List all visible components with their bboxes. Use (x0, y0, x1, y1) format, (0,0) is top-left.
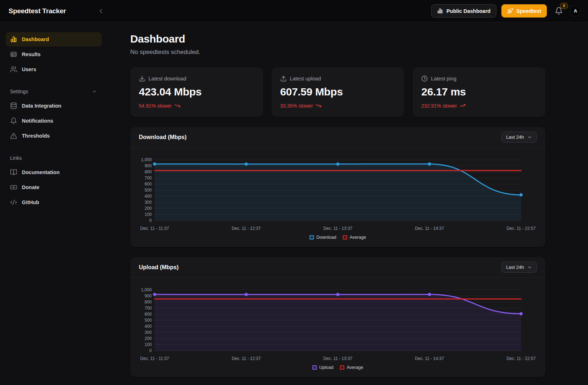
main-content: Dashboard No speedtests scheduled. Lates… (107, 22, 545, 377)
speedtest-button[interactable]: Speedtest (501, 4, 547, 18)
stat-value: 607.59 Mbps (280, 86, 396, 98)
download-chart-plot[interactable]: 01002003004005006007008009001,000Dec. 11… (139, 156, 537, 232)
chart-legend: DownloadAverage (139, 235, 537, 242)
svg-text:800: 800 (145, 169, 152, 174)
sidebar-item-label: Donate (22, 184, 39, 190)
legend-label: Download (316, 235, 336, 240)
public-dashboard-label: Public Dashboard (446, 8, 490, 14)
svg-text:Dec. 11 - 14:37: Dec. 11 - 14:37 (415, 356, 444, 361)
svg-text:700: 700 (145, 306, 152, 311)
sidebar-item-thresholds[interactable]: Thresholds (6, 129, 102, 143)
svg-text:Dec. 11 - 13:37: Dec. 11 - 13:37 (323, 356, 352, 361)
sidebar-section-links: Links (10, 155, 97, 161)
svg-text:700: 700 (145, 176, 152, 181)
stat-delta-text: 54.91% slower (139, 103, 172, 109)
stat-label: Latest upload (290, 76, 321, 82)
stats-row: Latest download 423.04 Mbps 54.91% slowe… (130, 67, 545, 117)
stat-value: 423.04 Mbps (139, 86, 254, 98)
banknote-icon (10, 184, 17, 191)
app-title: Speedtest Tracker (9, 7, 66, 15)
download-chart-card: Download (Mbps) Last 24h 010020030040050… (130, 127, 545, 247)
legend-swatch (310, 235, 314, 240)
section-label: Settings (10, 89, 28, 94)
sidebar-item-dashboard[interactable]: Dashboard (6, 32, 102, 46)
svg-text:100: 100 (145, 342, 152, 347)
range-select[interactable]: Last 24h (501, 262, 537, 273)
notification-count-badge: 0 (560, 3, 568, 9)
svg-text:1,000: 1,000 (141, 287, 152, 292)
legend-item[interactable]: Average (343, 235, 366, 240)
page-subtitle: No speedtests scheduled. (130, 49, 545, 56)
svg-text:200: 200 (145, 336, 152, 341)
sidebar-item-label: Documentation (22, 169, 60, 175)
legend-swatch (343, 235, 347, 240)
svg-text:Dec. 11 - 12:37: Dec. 11 - 12:37 (232, 356, 261, 361)
sidebar-item-github[interactable]: GitHub (6, 195, 102, 209)
bar-chart-icon (10, 36, 17, 43)
range-select[interactable]: Last 24h (501, 132, 537, 143)
sidebar-item-data-integration[interactable]: Data Integration (6, 99, 102, 113)
svg-text:800: 800 (145, 300, 152, 305)
code-icon (10, 199, 17, 206)
svg-text:100: 100 (145, 212, 152, 217)
alert-triangle-icon (10, 132, 17, 139)
svg-text:0: 0 (149, 348, 152, 353)
table-icon (10, 51, 17, 58)
sidebar-item-label: Notifications (22, 118, 53, 124)
svg-text:900: 900 (145, 163, 152, 168)
database-icon (10, 102, 17, 109)
svg-text:Dec. 11 - 12:37: Dec. 11 - 12:37 (232, 226, 261, 231)
sidebar-section-settings[interactable]: Settings (10, 89, 97, 94)
svg-text:600: 600 (145, 182, 152, 187)
sidebar-collapse-button[interactable] (96, 6, 106, 16)
range-select-value: Last 24h (506, 265, 524, 270)
svg-text:Dec. 11 - 14:37: Dec. 11 - 14:37 (415, 226, 444, 231)
sidebar-item-notifications[interactable]: Notifications (6, 114, 102, 128)
upload-chart-card: Upload (Mbps) Last 24h 01002003004005006… (130, 257, 545, 377)
chart-title: Upload (Mbps) (139, 264, 179, 271)
topbar: Speedtest Tracker Public Dashboard Speed… (0, 0, 588, 22)
sidebar-item-label: GitHub (22, 199, 39, 205)
stat-value: 26.17 ms (421, 86, 537, 98)
svg-text:Dec. 11 - 22:57: Dec. 11 - 22:57 (506, 356, 535, 361)
sidebar-item-donate[interactable]: Donate (6, 180, 102, 194)
svg-text:500: 500 (145, 188, 152, 193)
public-dashboard-button[interactable]: Public Dashboard (431, 4, 496, 18)
upload-chart-plot[interactable]: 01002003004005006007008009001,000Dec. 11… (139, 286, 537, 362)
avatar[interactable]: A (570, 6, 581, 16)
stat-delta-text: 33.35% slower (280, 103, 313, 109)
chevron-left-icon (97, 8, 105, 15)
stat-label: Latest download (149, 76, 186, 82)
legend-item[interactable]: Average (340, 365, 363, 370)
svg-text:Dec. 11 - 11:37: Dec. 11 - 11:37 (140, 226, 169, 231)
sidebar-item-label: Dashboard (22, 36, 49, 42)
svg-text:1,000: 1,000 (141, 157, 152, 162)
section-label: Links (10, 155, 22, 161)
clock-icon (421, 75, 428, 82)
stat-card-latest-upload: Latest upload 607.59 Mbps 33.35% slower (272, 67, 404, 117)
svg-text:300: 300 (145, 200, 152, 205)
sidebar-item-documentation[interactable]: Documentation (6, 165, 102, 179)
chart-title: Download (Mbps) (139, 134, 186, 140)
svg-text:400: 400 (145, 324, 152, 329)
legend-item[interactable]: Download (310, 235, 336, 240)
svg-text:400: 400 (145, 194, 152, 199)
svg-text:Dec. 11 - 22:57: Dec. 11 - 22:57 (506, 226, 535, 231)
sidebar-item-label: Thresholds (22, 133, 50, 139)
sidebar-item-users[interactable]: Users (6, 62, 102, 76)
sidebar-item-label: Users (22, 66, 36, 72)
notifications-bell-button[interactable]: 0 (555, 7, 563, 15)
legend-swatch (312, 365, 317, 370)
book-open-icon (10, 169, 17, 176)
svg-text:Dec. 11 - 11:37: Dec. 11 - 11:37 (140, 356, 169, 361)
sidebar-item-results[interactable]: Results (6, 47, 102, 61)
legend-swatch (340, 365, 344, 370)
legend-label: Average (350, 235, 366, 240)
legend-item[interactable]: Upload (312, 365, 334, 370)
trending-down-icon (174, 103, 180, 109)
stat-label: Latest ping (431, 76, 456, 82)
legend-label: Upload (319, 365, 334, 370)
rocket-icon (507, 8, 513, 14)
bar-chart-icon (437, 8, 443, 14)
trending-up-icon (460, 103, 466, 109)
